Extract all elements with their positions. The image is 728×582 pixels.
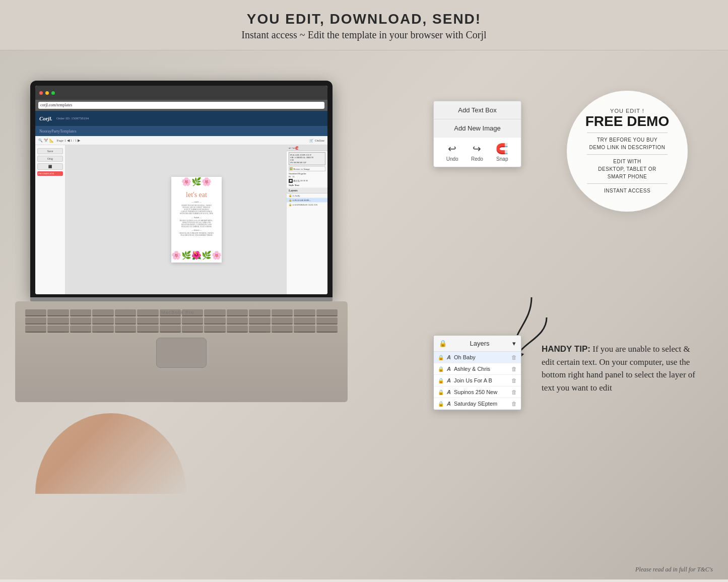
mini-format-buttons: ■ BIU ≡≡≡ [289, 179, 325, 183]
undo-icon[interactable]: ↩ [448, 143, 456, 155]
close-dot[interactable] [39, 91, 43, 95]
key [294, 326, 315, 333]
circle-badge: YOU EDIT ! FREE DEMO TRY BEFORE YOU BUY … [567, 91, 688, 212]
layer-lock-icon: 🔒 [438, 378, 444, 383]
layer-row-ashley-chris[interactable]: 🔒 A Ashley & Chris 🗑 [434, 363, 521, 375]
menu-floral-bottom: 🌸🌿🌺🌿🌸 [171, 250, 222, 263]
layer-type-icon: A [447, 377, 451, 383]
layer-delete-icon[interactable]: 🗑 [511, 354, 517, 360]
layers-title: Layers [470, 340, 489, 347]
corjl-nav: NoorayPartyTemplates [35, 126, 327, 136]
mini-text-preview: PLEASE JOIN US FOR A BRIDAL BRUNCHIN HON… [289, 152, 325, 165]
menu-items: CRISPY POTATO DUCK ROLL, SWEET POTATO, D… [171, 204, 222, 216]
key [272, 326, 293, 333]
badge-divider-1 [587, 133, 668, 133]
trackpad[interactable] [156, 338, 207, 368]
badge-instant: INSTANT ACCESS [604, 187, 650, 195]
mini-toolbar: ↩ ↪ 🧲 [287, 145, 327, 151]
menu-section1: — entrée — [171, 200, 222, 204]
corjl-sidebar: Save Orig ⬛ INCOMPLETE [35, 145, 65, 294]
key [92, 326, 113, 333]
layer-name-oh-baby: Oh Baby [454, 354, 508, 360]
mini-font-label: Standard Regular [289, 172, 325, 175]
badge-edit-with: EDIT WITH [613, 158, 641, 165]
sidebar-tool-1[interactable]: Save [37, 148, 63, 154]
key [182, 317, 203, 325]
layer-row-saturday[interactable]: 🔒 A Saturday SEptem 🗑 [434, 398, 521, 410]
mini-style-text: Style Text [289, 184, 325, 186]
key [137, 326, 158, 333]
chevron-down-icon[interactable]: ▾ [512, 340, 516, 347]
badge-devices: DESKTOP, TABLET OR [598, 165, 656, 173]
badge-free-demo-label: FREE DEMO [585, 114, 669, 130]
browser-url[interactable]: corjl.com/templates [38, 102, 324, 109]
sidebar-tool-2[interactable]: Orig [37, 156, 63, 162]
key [272, 309, 293, 316]
layer-name-ashley-chris: Ashley & Chris [454, 366, 508, 372]
key [25, 326, 46, 333]
menu-script-text: let's eat [171, 188, 222, 200]
layer-type-icon: A [447, 366, 451, 372]
badge-try-before: TRY BEFORE YOU BUY [597, 136, 657, 144]
menu-card-content: let's eat — entrée — CRISPY POTATO DUCK … [171, 188, 222, 237]
maximize-dot[interactable] [51, 91, 55, 95]
key [227, 326, 248, 333]
mini-layer-andy: 🔒 A Andy [287, 193, 327, 198]
menu-section3: — dessert — [171, 228, 222, 232]
key [115, 326, 136, 333]
corjl-header: Corjl. Order ID: 1509758194 [35, 111, 327, 126]
key [92, 317, 113, 325]
layers-panel-header: 🔒 Layers ▾ [434, 336, 521, 352]
badge-demo-link: DEMO LINK IN DESCRIPTION [589, 144, 666, 151]
layer-row-join-us[interactable]: 🔒 A Join Us For A B 🗑 [434, 375, 521, 386]
key [204, 326, 225, 333]
key [294, 309, 315, 316]
mini-layer-saturday: 🔒 A SATURDAY AUG US [287, 203, 327, 207]
key [70, 326, 91, 333]
fp-icon-row: ↩ Undo ↪ Redo 🧲 Snap [434, 137, 521, 167]
mini-resize: 🖼️ Resize vs Image [289, 166, 325, 171]
corjl-nav-text: NoorayPartyTemplates [39, 129, 77, 134]
footer-note: Please read ad in full for T&C's [635, 566, 713, 573]
redo-icon[interactable]: ↪ [473, 143, 481, 155]
handy-tip-label: HANDY TIP: [542, 344, 590, 354]
browser-chrome [35, 86, 327, 100]
lock-icon-header: 🔒 [439, 340, 447, 347]
layer-lock-icon: 🔒 [438, 390, 444, 395]
toolbar-tools: 🔍 ✂️ 📐 [38, 139, 54, 143]
key [70, 309, 91, 316]
layer-type-icon: A [447, 389, 451, 395]
sidebar-tool-3[interactable]: ⬛ [37, 163, 63, 170]
layer-delete-icon[interactable]: 🗑 [511, 389, 517, 395]
laptop-container: corjl.com/templates Corjl. Order ID: 150… [15, 81, 358, 494]
badge-smartphone: SMART PHONE [608, 173, 647, 180]
minimize-dot[interactable] [45, 91, 49, 95]
snap-icon[interactable]: 🧲 [496, 143, 508, 155]
key [160, 326, 181, 333]
badge-divider-2 [587, 154, 668, 155]
key [47, 309, 69, 316]
layer-type-icon: A [447, 354, 451, 360]
layer-delete-icon[interactable]: 🗑 [511, 377, 517, 383]
layer-delete-icon[interactable]: 🗑 [511, 366, 517, 372]
laptop-screen-bezel: corjl.com/templates Corjl. Order ID: 150… [30, 81, 333, 297]
mini-layers-header: Layers [287, 188, 327, 193]
add-new-image-button[interactable]: Add New Image [434, 119, 521, 137]
layer-name-supinos: Supinos 250 New [454, 389, 508, 395]
add-text-box-button[interactable]: Add Text Box [434, 101, 521, 119]
redo-label: Redo [471, 156, 483, 162]
mini-please-join: PLEASE JOIN US FOR A BRIDAL BRUNCHIN HON… [287, 151, 327, 188]
header-banner: YOU EDIT, DOWNLOAD, SEND! Instant access… [0, 0, 728, 50]
layer-lock-icon: 🔒 [438, 366, 444, 372]
key [115, 317, 136, 325]
layer-row-oh-baby[interactable]: 🔒 A Oh Baby 🗑 [434, 352, 521, 363]
snap-label: Snap [496, 156, 508, 162]
key [227, 317, 248, 325]
key [137, 309, 158, 316]
toolbar-page: Page 1 ◀ 1 / 1 ▶ [57, 139, 81, 143]
layer-row-supinos[interactable]: 🔒 A Supinos 250 New 🗑 [434, 386, 521, 398]
key [316, 317, 338, 325]
layer-delete-icon[interactable]: 🗑 [511, 401, 517, 407]
menu-card: 🌸🌿🌸 let's eat — entrée — CRISPY POTATO D… [171, 177, 222, 263]
key [160, 317, 181, 325]
